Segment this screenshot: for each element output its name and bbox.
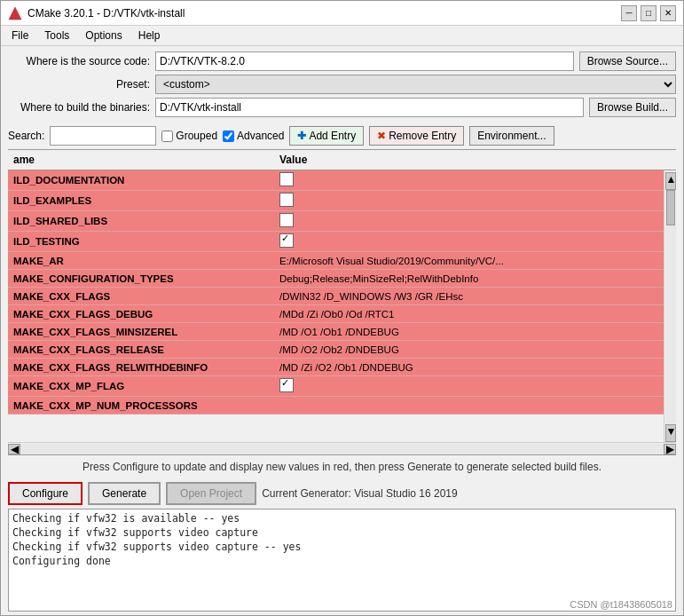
cmake-icon — [8, 6, 22, 20]
add-entry-button[interactable]: ✚ Add Entry — [289, 126, 364, 146]
configure-button[interactable]: Configure — [8, 482, 83, 505]
table-row[interactable]: ILD_EXAMPLES — [8, 191, 664, 211]
col-name-header: ame — [8, 152, 274, 168]
scrollbar-thumb[interactable] — [666, 190, 675, 225]
table-scroll[interactable]: ILD_DOCUMENTATION ILD_EXAMPLES ILD_SHARE… — [8, 170, 664, 442]
watermark: CSDN @t18438605018 — [570, 599, 672, 610]
cell-name-8: MAKE_CXX_FLAGS_MINSIZEREL — [8, 325, 274, 339]
titlebar-controls: ─ □ ✕ — [621, 5, 676, 21]
checkbox-3[interactable] — [279, 233, 294, 248]
action-row: Configure Generate Open Project Current … — [1, 478, 683, 509]
col-value-header: Value — [274, 152, 664, 168]
cell-value-11 — [274, 376, 664, 396]
checkbox-11[interactable] — [279, 378, 294, 392]
cell-value-10: /MD /Zi /O2 /Ob1 /DNDEBUG — [274, 360, 664, 375]
advanced-checkbox[interactable] — [223, 130, 234, 142]
cell-name-6: MAKE_CXX_FLAGS — [8, 289, 274, 304]
cell-name-3: ILD_TESTING — [8, 234, 274, 249]
log-line-1: Checking if vfw32 supports video capture — [12, 525, 672, 540]
table-row[interactable]: MAKE_CXX_FLAGS_RELEASE /MD /O2 /Ob2 /DND… — [8, 341, 664, 359]
menu-file[interactable]: File — [4, 28, 35, 43]
source-input[interactable] — [155, 51, 574, 71]
table-row[interactable]: MAKE_AR E:/Microsoft Visual Studio/2019/… — [8, 252, 664, 270]
cell-name-4: MAKE_AR — [8, 254, 274, 268]
cell-name-7: MAKE_CXX_FLAGS_DEBUG — [8, 307, 274, 321]
browse-build-button[interactable]: Browse Build... — [589, 98, 676, 117]
scrollbar-track[interactable] — [665, 190, 676, 424]
cell-name-10: MAKE_CXX_FLAGS_RELWITHDEBINFO — [8, 360, 274, 375]
search-label: Search: — [8, 130, 44, 142]
close-button[interactable]: ✕ — [660, 5, 676, 21]
search-input[interactable] — [50, 126, 156, 146]
remove-icon: ✖ — [377, 130, 386, 142]
horizontal-scrollbar[interactable]: ◀ ▶ — [8, 442, 676, 454]
cell-name-5: MAKE_CONFIGURATION_TYPES — [8, 272, 274, 286]
remove-entry-button[interactable]: ✖ Remove Entry — [369, 126, 464, 146]
open-project-button[interactable]: Open Project — [166, 482, 256, 505]
scrollbar-up-arrow[interactable]: ▲ — [665, 172, 676, 190]
checkbox-1[interactable] — [279, 193, 294, 207]
source-label: Where is the source code: — [8, 55, 150, 67]
cell-value-4: E:/Microsoft Visual Studio/2019/Communit… — [274, 254, 664, 268]
scrollbar-down-arrow[interactable]: ▼ — [665, 424, 676, 442]
status-area: Press Configure to update and display ne… — [1, 455, 683, 478]
cell-value-2 — [274, 211, 664, 231]
vertical-scrollbar[interactable]: ▲ ▼ — [664, 170, 676, 442]
maximize-button[interactable]: □ — [641, 5, 656, 21]
cell-value-6: /DWIN32 /D_WINDOWS /W3 /GR /EHsc — [274, 289, 664, 304]
cell-value-9: /MD /O2 /Ob2 /DNDEBUG — [274, 343, 664, 357]
source-row: Where is the source code: Browse Source.… — [8, 51, 676, 71]
cell-value-5: Debug;Release;MinSizeRel;RelWithDebInfo — [274, 272, 664, 286]
table-row[interactable]: ILD_DOCUMENTATION — [8, 170, 664, 191]
build-label: Where to build the binaries: — [8, 101, 150, 114]
checkbox-2[interactable] — [279, 213, 294, 227]
table-with-scroll: ILD_DOCUMENTATION ILD_EXAMPLES ILD_SHARE… — [8, 170, 676, 442]
table-row[interactable]: MAKE_CXX_FLAGS_RELWITHDEBINFO /MD /Zi /O… — [8, 359, 664, 376]
status-text: Press Configure to update and display ne… — [83, 461, 601, 473]
cell-value-8: /MD /O1 /Ob1 /DNDEBUG — [274, 325, 664, 339]
menubar: File Tools Options Help — [1, 26, 683, 46]
table-container: ame Value ILD_DOCUMENTATION ILD_EXAMPLES — [8, 149, 676, 455]
cell-value-7: /MDd /Zi /Ob0 /Od /RTC1 — [274, 307, 664, 321]
log-line-3: Configuring done — [12, 554, 672, 568]
table-row[interactable]: MAKE_CXX_FLAGS_MINSIZEREL /MD /O1 /Ob1 /… — [8, 323, 664, 341]
checkbox-0[interactable] — [279, 172, 294, 186]
cell-value-3 — [274, 232, 664, 251]
table-row[interactable]: MAKE_CONFIGURATION_TYPES Debug;Release;M… — [8, 270, 664, 288]
hscroll-left[interactable]: ◀ — [8, 444, 20, 454]
build-row: Where to build the binaries: Browse Buil… — [8, 98, 676, 117]
build-input[interactable] — [155, 98, 584, 117]
menu-tools[interactable]: Tools — [37, 28, 76, 43]
log-scroll[interactable]: Checking if vfw32 is available -- yes Ch… — [9, 509, 675, 611]
window-title: CMake 3.20.1 - D:/VTK/vtk-install — [28, 7, 185, 20]
bottom-section: Checking if vfw32 is available -- yes Ch… — [1, 509, 683, 615]
table-row[interactable]: MAKE_CXX_MP_FLAG — [8, 376, 664, 397]
grouped-checkbox-label[interactable]: Grouped — [161, 130, 217, 142]
table-row[interactable]: MAKE_CXX_FLAGS_DEBUG /MDd /Zi /Ob0 /Od /… — [8, 305, 664, 323]
cell-value-1 — [274, 191, 664, 210]
hscroll-right[interactable]: ▶ — [664, 444, 676, 454]
table-row[interactable]: MAKE_CXX_FLAGS /DWIN32 /D_WINDOWS /W3 /G… — [8, 288, 664, 305]
cell-name-11: MAKE_CXX_MP_FLAG — [8, 379, 274, 393]
titlebar: CMake 3.20.1 - D:/VTK/vtk-install ─ □ ✕ — [1, 1, 683, 26]
environment-button[interactable]: Environment... — [469, 126, 554, 146]
cell-value-0 — [274, 170, 664, 190]
preset-dropdown[interactable]: <custom> — [155, 75, 676, 94]
menu-help[interactable]: Help — [131, 28, 168, 43]
advanced-label: Advanced — [237, 130, 284, 142]
generate-button[interactable]: Generate — [88, 482, 161, 505]
cell-name-1: ILD_EXAMPLES — [8, 193, 274, 208]
preset-row: Preset: <custom> — [8, 75, 676, 94]
browse-source-button[interactable]: Browse Source... — [579, 51, 676, 71]
advanced-checkbox-label[interactable]: Advanced — [223, 130, 284, 142]
log-line-0: Checking if vfw32 is available -- yes — [12, 511, 672, 525]
table-row[interactable]: ILD_SHARED_LIBS — [8, 211, 664, 232]
grouped-checkbox[interactable] — [161, 130, 173, 142]
table-row[interactable]: ILD_TESTING — [8, 232, 664, 252]
table-row[interactable]: MAKE_CXX_MP_NUM_PROCESSORS — [8, 397, 664, 415]
cell-name-12: MAKE_CXX_MP_NUM_PROCESSORS — [8, 399, 274, 413]
hscroll-track[interactable] — [20, 444, 664, 454]
menu-options[interactable]: Options — [78, 28, 129, 43]
minimize-button[interactable]: ─ — [621, 5, 637, 21]
table-header: ame Value — [8, 150, 676, 170]
